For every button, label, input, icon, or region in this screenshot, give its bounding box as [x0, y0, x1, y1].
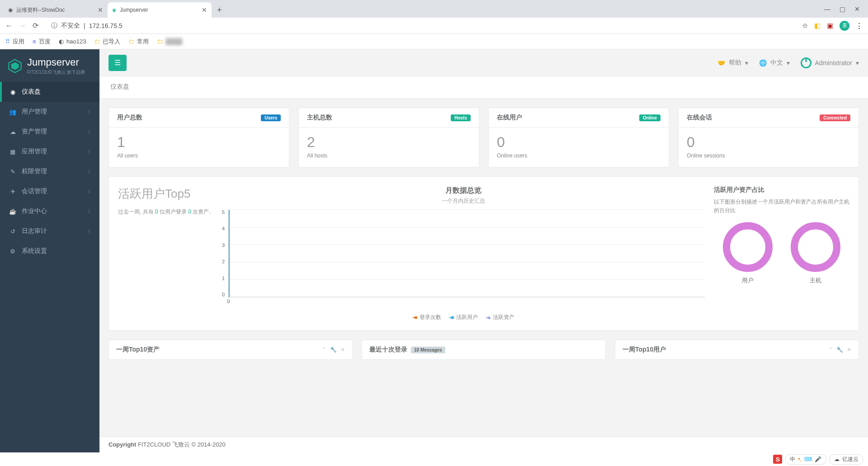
star-icon[interactable]: ☆: [802, 22, 808, 30]
main: ☰ 🤝帮助▾ 🌐中文▾ Administrator▾ 仪表盘 用户总数Users…: [99, 49, 868, 452]
help-link[interactable]: 🤝帮助▾: [717, 59, 748, 67]
menu-label: 日志审计: [22, 227, 47, 235]
stat-badge: Hosts: [451, 114, 471, 121]
ratio-title: 活跃用户资产占比: [714, 186, 849, 194]
address-bar: ← → ⟳ ⓘ 不安全 | 172.16.75.5 ☆ ◧ ▣ 景 ⋮: [0, 18, 868, 34]
handshake-icon: 🤝: [717, 59, 725, 67]
ext-icon-1[interactable]: ◧: [814, 22, 821, 30]
tab-title: Jumpserver: [120, 7, 148, 13]
new-tab-button[interactable]: +: [212, 2, 227, 18]
footer: Copyright FIT2CLOUD 飞致云 © 2014-2020: [99, 437, 868, 452]
menu-icon: ✎: [9, 168, 16, 175]
globe-icon: 🌐: [759, 59, 767, 67]
chevron-left-icon: 〈: [85, 148, 90, 155]
sidebar: Jumpserver FIT2CLOUD飞致云 旗下品牌 ◉仪表盘👥用户管理〈☁…: [0, 49, 99, 452]
security-label: 不安全: [61, 22, 80, 30]
tab-favicon: ◉: [8, 7, 13, 13]
close-icon[interactable]: ✕: [854, 5, 860, 13]
reload-icon[interactable]: ⟳: [33, 21, 38, 30]
donut-users: 用户: [723, 222, 773, 285]
close-icon[interactable]: ✕: [202, 6, 207, 14]
donut-hosts: 主机: [791, 222, 840, 285]
sidebar-item-1[interactable]: 👥用户管理〈: [0, 102, 99, 122]
forward-icon[interactable]: →: [19, 22, 26, 30]
bm-baidu[interactable]: ⌾百度: [33, 38, 51, 46]
tab-jumpserver[interactable]: ◈ Jumpserver ✕: [108, 2, 212, 18]
bm-apps[interactable]: ⠿应用: [5, 38, 24, 46]
sidebar-item-5[interactable]: ✈会话管理〈: [0, 181, 99, 201]
chevron-left-icon: 〈: [85, 208, 90, 215]
sidebar-item-8[interactable]: ⚙系统设置: [0, 241, 99, 261]
stats-row: 用户总数Users1All users主机总数Hosts2All hosts在线…: [108, 108, 859, 167]
card-title: 一周Top10资产: [116, 346, 160, 354]
info-icon: ⓘ: [51, 22, 57, 30]
url-field[interactable]: ⓘ 不安全 | 172.16.75.5: [45, 19, 796, 32]
sidebar-item-4[interactable]: ✎权限管理〈: [0, 162, 99, 181]
sidebar-menu: ◉仪表盘👥用户管理〈☁资产管理〈▦应用管理〈✎权限管理〈✈会话管理〈☕作业中心〈…: [0, 82, 99, 261]
bm-blurred[interactable]: 🗀████: [157, 38, 182, 45]
monthly-sub: 一个月内历史汇总: [222, 197, 705, 205]
bookmarks-bar: ⠿应用 ⌾百度 ◐hao123 🗀已导入 🗀常用 🗀████: [0, 34, 868, 49]
sidebar-item-7[interactable]: ↺日志审计〈: [0, 221, 99, 241]
brand: Jumpserver FIT2CLOUD飞致云 旗下品牌: [0, 49, 99, 82]
bm-imported[interactable]: 🗀已导入: [94, 38, 120, 46]
message-badge: 10 Messages: [411, 347, 445, 353]
sidebar-item-6[interactable]: ☕作业中心〈: [0, 201, 99, 221]
user-menu[interactable]: Administrator▾: [801, 57, 859, 68]
legend-item[interactable]: 活跃资产: [486, 314, 514, 321]
stat-card-3: 在线会话Connected0Online sessions: [678, 108, 859, 167]
tab-favicon: ◈: [112, 7, 116, 13]
menu-label: 权限管理: [22, 167, 47, 176]
menu-icon: ↺: [9, 228, 16, 235]
bm-label: 常用: [137, 38, 149, 46]
ext-icon-2[interactable]: ▣: [827, 22, 833, 30]
menu-label: 作业中心: [22, 207, 47, 215]
menu-icon: ▦: [9, 148, 16, 155]
wrench-icon[interactable]: 🔧: [330, 347, 337, 353]
close-icon[interactable]: ✕: [847, 347, 851, 353]
card-title: 最近十次登录: [369, 346, 407, 354]
minimize-icon[interactable]: —: [824, 5, 830, 13]
stat-badge: Online: [639, 114, 660, 121]
donut-chart: [723, 222, 773, 272]
chevron-down-icon: ▾: [856, 59, 859, 67]
chevron-left-icon: 〈: [85, 228, 90, 235]
stat-badge: Connected: [820, 114, 850, 121]
stat-card-1: 主机总数Hosts2All hosts: [298, 108, 479, 167]
wrench-icon[interactable]: 🔧: [836, 347, 843, 353]
address-actions: ☆ ◧ ▣ 景 ⋮: [802, 21, 863, 31]
tab-showdoc[interactable]: ◉ 运维资料--ShowDoc ✕: [4, 2, 108, 18]
stat-value: 0: [497, 134, 660, 151]
close-icon[interactable]: ✕: [98, 6, 103, 14]
chevron-left-icon: 〈: [85, 188, 90, 195]
bm-common[interactable]: 🗀常用: [128, 38, 149, 46]
chevron-left-icon: 〈: [85, 128, 90, 135]
card-title: 一周Top10用户: [623, 346, 666, 354]
logo-icon: [7, 58, 23, 74]
chevron-icon[interactable]: ⌃: [322, 347, 326, 353]
maximize-icon[interactable]: ▢: [840, 5, 845, 13]
sidebar-item-3[interactable]: ▦应用管理〈: [0, 142, 99, 162]
bottom-row: 一周Top10资产 ⌃🔧✕ 最近十次登录 10 Messages 一周Top10…: [108, 340, 859, 360]
bm-hao123[interactable]: ◐hao123: [59, 38, 86, 45]
stat-subtitle: All users: [117, 152, 281, 159]
stat-subtitle: All hosts: [307, 152, 471, 159]
close-icon[interactable]: ✕: [340, 347, 345, 353]
legend-item[interactable]: 登录次数: [413, 314, 441, 321]
stat-title: 用户总数: [117, 114, 142, 122]
profile-avatar[interactable]: 景: [840, 21, 849, 31]
menu-icon: ✈: [9, 188, 16, 195]
legend-item[interactable]: 活跃用户: [449, 314, 478, 321]
chevron-icon[interactable]: ⌃: [828, 347, 833, 353]
lang-select[interactable]: 🌐中文▾: [759, 59, 790, 67]
sidebar-item-2[interactable]: ☁资产管理〈: [0, 122, 99, 142]
url-text: 172.16.75.5: [89, 22, 123, 29]
top5-desc: 过去一周, 共有 0 位用户登录 0 次资产.: [118, 207, 213, 216]
back-icon[interactable]: ←: [5, 22, 13, 30]
power-icon: [801, 57, 811, 68]
menu-label: 用户管理: [22, 108, 47, 116]
sidebar-item-0[interactable]: ◉仪表盘: [0, 82, 99, 102]
menu-icon[interactable]: ⋮: [856, 22, 863, 30]
menu-icon: 👥: [9, 109, 16, 115]
menu-toggle-button[interactable]: ☰: [108, 55, 127, 71]
